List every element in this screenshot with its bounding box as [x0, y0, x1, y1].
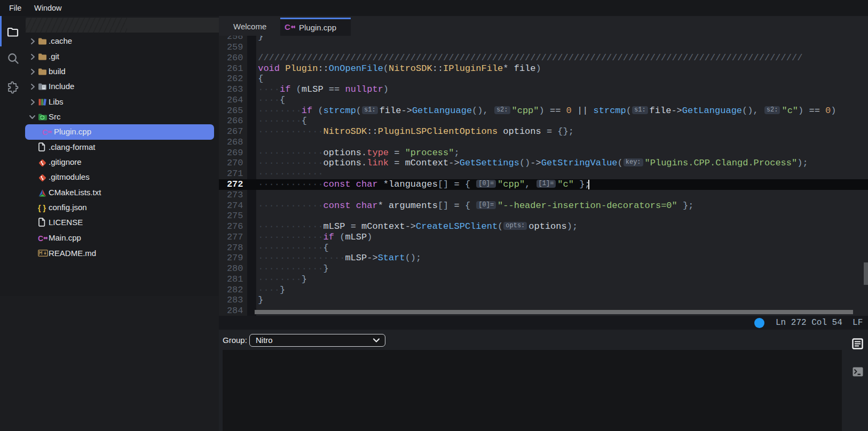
svg-text:}: } [43, 204, 46, 212]
svg-text:C: C [285, 23, 290, 31]
svg-text:C: C [38, 234, 43, 242]
svg-text:C: C [42, 128, 48, 136]
svg-text:{: { [38, 204, 41, 212]
